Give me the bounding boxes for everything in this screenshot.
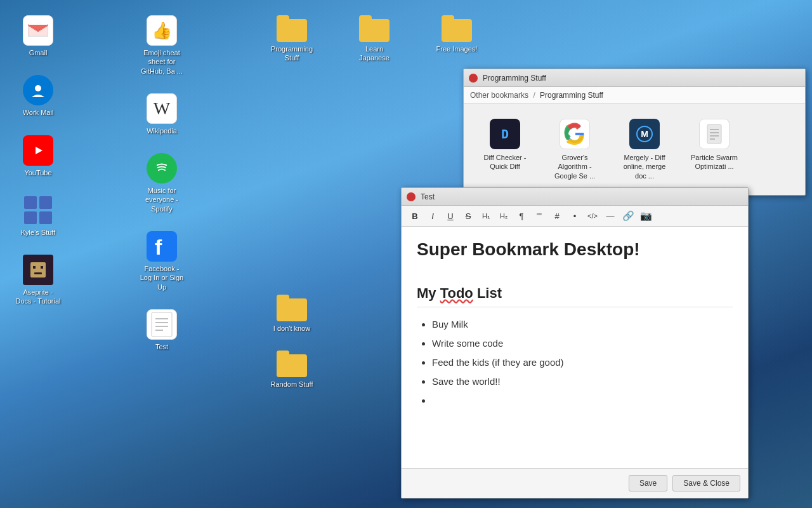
svg-rect-5 — [24, 196, 37, 209]
grovers-algorithm-label: Grover's Algorithm - Google Se ... — [548, 153, 601, 180]
wikipedia-icon: W — [147, 93, 177, 124]
work-mail-icon — [23, 75, 53, 105]
h1-button[interactable]: H₁ — [478, 208, 494, 224]
breadcrumb-part2[interactable]: Programming Stuff — [540, 91, 603, 100]
folder-images-icon — [442, 15, 472, 42]
desktop-icon-test[interactable]: Test — [136, 307, 187, 354]
facebook-label: Facebook - Log In or Sign Up — [139, 264, 185, 291]
particle-swarm-icon — [699, 119, 730, 149]
svg-point-16 — [153, 159, 171, 177]
folder-learn-japanese[interactable]: Learn Japanese — [349, 13, 400, 65]
h2-button[interactable]: H₂ — [495, 208, 512, 224]
top-folders: Programming Stuff Learn Japanese Free Im… — [266, 13, 482, 65]
desktop-icon-work-mail[interactable]: Work Mail — [13, 72, 63, 119]
save-button[interactable]: Save — [629, 475, 667, 491]
note-footer: Save Save & Close — [402, 468, 748, 498]
bookmark-diff-checker[interactable]: D Diff Checker - Quick Diff — [473, 114, 537, 185]
svg-rect-6 — [39, 196, 52, 209]
desktop-icon-kyles-stuff[interactable]: Kyle's Stuff — [13, 192, 63, 239]
aseprite-icon — [23, 255, 53, 285]
svg-text:D: D — [501, 126, 509, 142]
bold-button[interactable]: B — [407, 208, 423, 224]
youtube-icon — [23, 135, 53, 166]
dash-button[interactable]: — — [602, 208, 619, 224]
folder-random-label: Random Stuff — [270, 380, 313, 389]
desktop-icon-column-2: 👍 Emoji cheat sheet for GitHub, Ba ... W… — [136, 13, 187, 354]
bookmarks-titlebar[interactable]: Programming Stuff — [464, 69, 805, 87]
list-item-3: Feed the kids (if they are good) — [432, 353, 733, 372]
folder-random-stuff[interactable]: Random Stuff — [266, 348, 317, 391]
gmail-label: Gmail — [29, 48, 48, 57]
subheading-list: List — [473, 285, 502, 301]
folder-programming-stuff[interactable]: Programming Stuff — [266, 13, 317, 65]
facebook-icon: f — [147, 231, 177, 262]
folder-japanese-icon — [359, 15, 390, 42]
hash-button[interactable]: # — [549, 208, 565, 224]
svg-rect-11 — [33, 266, 36, 269]
aseprite-label: Aseprite - Docs - Tutorial — [15, 288, 61, 306]
bookmark-particle-swarm[interactable]: Particle Swarm Optimizati ... — [683, 114, 746, 185]
italic-button[interactable]: I — [424, 208, 441, 224]
bullet-button[interactable]: • — [566, 208, 583, 224]
work-mail-label: Work Mail — [23, 108, 54, 117]
kyles-stuff-label: Kyle's Stuff — [21, 228, 55, 237]
note-subheading: My Todo List — [417, 285, 733, 307]
code-button[interactable]: </> — [584, 208, 601, 224]
note-titlebar[interactable]: Test — [402, 188, 748, 206]
gmail-icon — [23, 15, 53, 46]
paragraph-button[interactable]: ¶ — [513, 208, 530, 224]
list-item-empty — [432, 391, 733, 410]
list-item-4: Save the world!! — [432, 372, 733, 391]
test-label: Test — [155, 342, 168, 351]
grovers-algorithm-icon — [560, 119, 590, 149]
bookmarks-window: Programming Stuff Other bookmarks / Prog… — [463, 69, 806, 196]
list-item-1: Buy Milk — [432, 315, 733, 334]
folder-programming-label: Programming Stuff — [269, 44, 315, 63]
spotify-label: Music for everyone - Spotify — [139, 186, 185, 213]
desktop-icon-facebook[interactable]: f Facebook - Log In or Sign Up — [136, 229, 187, 294]
mergely-icon: M — [629, 119, 660, 149]
folder-idontknow-icon — [277, 295, 307, 321]
folder-programming-icon — [277, 15, 307, 42]
image-button[interactable]: 📷 — [638, 208, 654, 224]
bookmarks-close-button[interactable] — [469, 74, 478, 83]
breadcrumb-part1[interactable]: Other bookmarks — [470, 91, 528, 100]
link-button[interactable]: 🔗 — [620, 208, 636, 224]
folder-idontknow-label: I don't know — [273, 324, 310, 333]
svg-rect-7 — [24, 211, 37, 224]
svg-text:M: M — [641, 129, 648, 139]
svg-text:f: f — [155, 236, 162, 257]
desktop-icon-youtube[interactable]: YouTube — [13, 133, 63, 180]
bookmarks-content: D Diff Checker - Quick Diff — [464, 104, 805, 195]
desktop-icon-wikipedia[interactable]: W Wikipedia — [136, 91, 187, 138]
folder-japanese-label: Learn Japanese — [351, 44, 397, 63]
strikethrough-button[interactable]: S — [460, 208, 476, 224]
spotify-icon — [147, 153, 177, 184]
desktop-icon-aseprite[interactable]: Aseprite - Docs - Tutorial — [13, 252, 63, 309]
folder-free-images[interactable]: Free Images! — [431, 13, 482, 65]
svg-rect-30 — [707, 124, 721, 144]
desktop-icon-column-1: Gmail Work Mail YouTube — [13, 13, 63, 309]
underline-button[interactable]: U — [442, 208, 459, 224]
desktop-icon-emoji[interactable]: 👍 Emoji cheat sheet for GitHub, Ba ... — [136, 13, 187, 78]
desktop-icon-gmail[interactable]: Gmail — [13, 13, 63, 60]
diff-checker-label: Diff Checker - Quick Diff — [478, 153, 532, 171]
diff-checker-icon: D — [490, 119, 520, 149]
folder-i-dont-know[interactable]: I don't know — [266, 292, 317, 335]
bookmark-grovers-algorithm[interactable]: Grover's Algorithm - Google Se ... — [543, 114, 606, 185]
bookmark-mergely[interactable]: M Mergely - Diff online, merge doc ... — [613, 114, 676, 185]
save-close-button[interactable]: Save & Close — [672, 475, 740, 491]
breadcrumb-separator: / — [533, 91, 537, 100]
svg-rect-18 — [152, 312, 172, 337]
desktop-icon-music[interactable]: Music for everyone - Spotify — [136, 150, 187, 216]
svg-rect-8 — [39, 211, 52, 224]
particle-swarm-label: Particle Swarm Optimizati ... — [688, 153, 741, 171]
quote-button[interactable]: "" — [531, 208, 547, 224]
bookmarks-breadcrumb: Other bookmarks / Programming Stuff — [464, 87, 805, 104]
note-toolbar: B I U S H₁ H₂ ¶ "" # • </> — 🔗 📷 — [402, 206, 748, 227]
note-close-button[interactable] — [407, 192, 416, 201]
note-content[interactable]: Super Bookmark Desktop! My Todo List Buy… — [402, 227, 748, 468]
kyles-stuff-icon — [23, 195, 53, 225]
note-window: Test B I U S H₁ H₂ ¶ "" # • </> — 🔗 📷 Su… — [401, 187, 749, 498]
mergely-label: Mergely - Diff online, merge doc ... — [618, 153, 671, 180]
